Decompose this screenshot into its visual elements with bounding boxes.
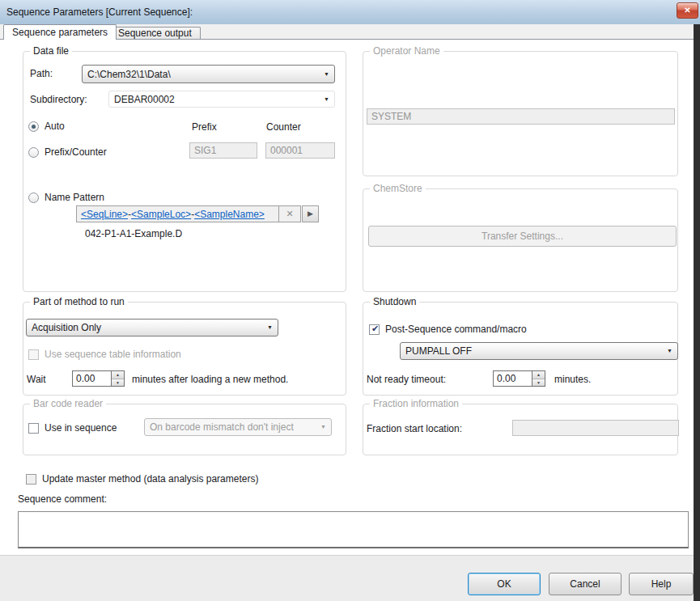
pattern-clear-button[interactable]: ✕ [279, 205, 301, 222]
pattern-token-sampleloc[interactable]: <SampleLoc> [131, 209, 191, 220]
update-master-method-label: Update master method (data analysis para… [42, 473, 258, 485]
help-label: Help [651, 578, 672, 590]
tab-sequence-output[interactable]: Sequence output [109, 27, 201, 40]
tab-sequence-parameters[interactable]: Sequence parameters [3, 24, 117, 40]
path-label: Path: [30, 68, 53, 79]
fraction-start-label: Fraction start location: [367, 423, 462, 434]
macro-combo-value: PUMPALL OFF [405, 345, 472, 357]
close-button[interactable]: ✕ [677, 2, 698, 19]
group-label-part-of-method: Part of method to run [30, 296, 128, 307]
use-in-sequence-checkbox[interactable] [28, 423, 39, 434]
wait-input[interactable] [72, 370, 111, 387]
counter-field [265, 142, 335, 159]
tab-label: Sequence output [118, 28, 192, 39]
ok-label: OK [497, 578, 511, 590]
sequence-parameters-dialog: Sequence Parameters [Current Sequence]: … [0, 0, 700, 601]
use-sequence-table-checkbox [28, 349, 39, 360]
barcode-mismatch-combo: On barcode mismatch don't inject ▼ [144, 418, 332, 436]
update-master-method-checkbox[interactable] [26, 474, 36, 485]
wait-spin-buttons: ▲ ▼ [111, 370, 125, 387]
help-button[interactable]: Help [629, 573, 694, 595]
window-right-edge [694, 24, 700, 601]
spin-up-button[interactable]: ▲ [532, 371, 545, 379]
wait-label: Wait [27, 374, 46, 385]
title-bar: Sequence Parameters [Current Sequence]: [0, 0, 700, 24]
name-pattern-radio[interactable] [28, 193, 39, 203]
name-pattern-box: <SeqLine> - <SampleLoc> - <SampleName> ✕… [76, 205, 319, 222]
group-data-file: Data file Path: C:\Chem32\1\Data\ ▼ Subd… [23, 51, 346, 292]
auto-radio[interactable] [28, 121, 39, 132]
use-in-sequence-row: Use in sequence [28, 422, 117, 434]
tab-page: Data file Path: C:\Chem32\1\Data\ ▼ Subd… [0, 39, 694, 555]
name-pattern-radio-row: Name Pattern [28, 192, 104, 203]
group-label-data-file: Data file [30, 45, 72, 57]
group-label-barcode: Bar code reader [30, 398, 106, 409]
timeout-suffix: minutes. [554, 374, 591, 385]
group-label-chemstore: ChemStore [370, 183, 426, 194]
timeout-spinner: ▲ ▼ [493, 370, 545, 387]
transfer-settings-label: Transfer Settings... [482, 231, 563, 242]
spin-down-icon: ▼ [116, 380, 120, 385]
prefix-counter-radio[interactable] [28, 147, 39, 158]
fraction-start-field [512, 420, 679, 436]
update-master-method-row: Update master method (data analysis para… [26, 473, 258, 485]
sequence-comment-label: Sequence comment: [18, 493, 107, 505]
spin-down-button[interactable]: ▼ [112, 379, 124, 387]
post-sequence-checkbox[interactable]: ✔ [369, 324, 380, 335]
subdirectory-label: Subdirectory: [30, 94, 87, 105]
post-sequence-label: Post-Sequence command/macro [385, 324, 527, 335]
timeout-input[interactable] [493, 370, 532, 387]
spin-up-icon: ▲ [537, 372, 541, 377]
dropdown-arrow-icon: ▼ [324, 96, 329, 102]
use-in-sequence-label: Use in sequence [45, 422, 117, 434]
window-title: Sequence Parameters [Current Sequence]: [6, 6, 193, 18]
group-label-shutdown: Shutdown [370, 296, 419, 307]
pattern-example: 042-P1-A1-Example.D [85, 228, 182, 239]
use-sequence-table-label: Use sequence table information [45, 349, 181, 360]
post-sequence-row: ✔ Post-Sequence command/macro [369, 324, 527, 335]
dropdown-arrow-icon: ▼ [667, 348, 672, 353]
macro-combo[interactable]: PUMPALL OFF ▼ [400, 342, 678, 360]
run-mode-combo[interactable]: Acquisition Only ▼ [26, 319, 278, 336]
group-chemstore: ChemStore Transfer Settings... [363, 188, 678, 292]
pattern-token-seqline[interactable]: <SeqLine> [81, 209, 128, 220]
auto-radio-row: Auto [28, 121, 65, 132]
counter-header: Counter [266, 121, 301, 133]
group-label-operator-name: Operator Name [370, 45, 443, 57]
spin-down-button[interactable]: ▼ [532, 379, 545, 387]
group-shutdown: Shutdown ✔ Post-Sequence command/macro P… [363, 302, 678, 396]
pattern-next-button[interactable]: ▶ [302, 205, 319, 222]
subdirectory-combo-value: DEBAR00002 [114, 94, 175, 105]
clear-icon: ✕ [286, 209, 293, 218]
prefix-header: Prefix [192, 121, 217, 133]
sequence-comment-input[interactable] [18, 511, 689, 548]
run-mode-value: Acquisition Only [32, 322, 101, 333]
timeout-label: Not ready timeout: [367, 374, 446, 385]
group-part-of-method: Part of method to run Acquisition Only ▼… [23, 302, 346, 396]
ok-button[interactable]: OK [468, 573, 541, 595]
close-icon: ✕ [684, 6, 690, 15]
spin-up-icon: ▲ [116, 372, 120, 377]
dialog-footer: OK Cancel Help [0, 555, 700, 601]
dropdown-arrow-icon: ▼ [324, 71, 329, 77]
prefix-field [189, 142, 257, 159]
barcode-mismatch-value: On barcode mismatch don't inject [150, 421, 294, 433]
use-table-row: Use sequence table information [28, 349, 181, 360]
pattern-token-samplename[interactable]: <SampleName> [194, 209, 265, 220]
path-combo[interactable]: C:\Chem32\1\Data\ ▼ [82, 65, 335, 83]
check-icon: ✔ [370, 324, 380, 334]
operator-name-field [367, 108, 675, 125]
spin-up-button[interactable]: ▲ [112, 371, 124, 379]
wait-suffix: minutes after loading a new method. [132, 374, 288, 385]
subdirectory-combo[interactable]: DEBAR00002 ▼ [108, 91, 335, 108]
group-barcode-reader: Bar code reader Use in sequence On barco… [23, 404, 346, 455]
arrow-right-icon: ▶ [308, 210, 313, 218]
group-label-fraction: Fraction information [370, 398, 462, 409]
spin-down-icon: ▼ [537, 380, 541, 385]
path-combo-value: C:\Chem32\1\Data\ [87, 69, 171, 80]
prefix-counter-radio-row: Prefix/Counter [28, 146, 107, 158]
prefix-counter-radio-label: Prefix/Counter [45, 146, 107, 158]
dropdown-arrow-icon: ▼ [267, 324, 273, 330]
dropdown-arrow-icon: ▼ [320, 424, 326, 430]
cancel-button[interactable]: Cancel [549, 573, 622, 595]
